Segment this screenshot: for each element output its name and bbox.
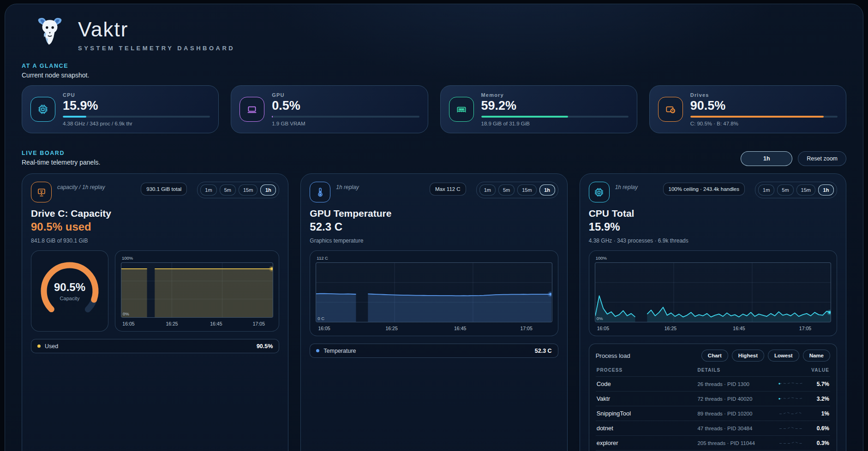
stat-progress-track <box>272 116 419 118</box>
x-tick: 16:25 <box>664 326 676 331</box>
sort-lowest-button[interactable]: Lowest <box>768 350 799 362</box>
legend-label: Temperature <box>323 348 356 354</box>
cpu-chip-icon <box>30 97 55 122</box>
liveboard-panels: capacity / 1h replay 930.1 GiB total 1m … <box>22 173 846 451</box>
sort-name-button[interactable]: Name <box>803 350 830 362</box>
range-1m-button[interactable]: 1m <box>758 184 774 196</box>
range-group: 1m 5m 15m 1h <box>197 182 279 198</box>
range-5m-button[interactable]: 5m <box>777 184 793 196</box>
column-details: DETAILS <box>697 368 778 373</box>
column-process: PROCESS <box>597 368 698 373</box>
process-row[interactable]: SnippingTool89 threads · PID 102001% <box>596 406 830 421</box>
range-15m-button[interactable]: 15m <box>517 184 536 196</box>
panel-badge: 100% ceiling · 243.4k handles <box>663 183 745 196</box>
range-15m-button[interactable]: 15m <box>239 184 257 196</box>
stat-value: 90.5% <box>690 99 838 113</box>
x-tick: 16:05 <box>122 321 134 326</box>
app-subtitle: SYSTEM TELEMETRY DASHBOARD <box>78 45 235 52</box>
stat-progress-fill <box>63 116 86 118</box>
panel-subtext: 841.8 GiB of 930.1 GiB <box>31 237 279 244</box>
stat-card-memory: Memory 59.2% 18.9 GiB of 31.9 GiB <box>440 85 637 133</box>
panel-value: 15.9% <box>589 220 837 233</box>
stat-value: 0.5% <box>272 99 419 113</box>
legend-value: 90.5% <box>257 343 273 350</box>
process-value: 3.2% <box>806 396 829 402</box>
x-tick: 16:25 <box>385 326 397 331</box>
stat-progress-fill <box>690 116 824 118</box>
capacity-gauge: 90.5% Capacity <box>31 250 108 332</box>
global-range-button[interactable]: 1h <box>741 151 792 166</box>
process-sparkline <box>778 381 804 387</box>
stat-progress-track <box>481 116 629 118</box>
y-axis-min-label: 0% <box>597 316 603 321</box>
range-15m-button[interactable]: 15m <box>796 184 815 196</box>
panel-meta: 1h replay <box>336 182 359 190</box>
range-1h-button[interactable]: 1h <box>818 184 834 196</box>
x-axis-ticks: 16:05 16:25 16:45 17:05 <box>595 325 831 333</box>
sort-chart-button[interactable]: Chart <box>701 350 728 362</box>
glance-cards: CPU 15.9% 4.38 GHz / 343 proc / 6.9k thr… <box>22 85 846 133</box>
process-value: 0.6% <box>806 425 829 432</box>
drive-clock-icon <box>658 97 683 122</box>
stat-progress-fill <box>481 116 569 118</box>
drive-monitor-icon <box>31 182 52 202</box>
panel-value: 52.3 C <box>310 220 558 233</box>
process-value: 5.7% <box>806 381 829 387</box>
range-1h-button[interactable]: 1h <box>539 184 555 196</box>
sort-highest-button[interactable]: Highest <box>732 350 764 362</box>
stat-progress-track <box>690 116 838 118</box>
process-row[interactable]: dotnet47 threads · PID 304840.6% <box>596 421 830 435</box>
process-name: SnippingTool <box>597 410 698 417</box>
x-tick: 16:05 <box>597 326 609 331</box>
app-title: Vaktr <box>78 18 235 41</box>
range-5m-button[interactable]: 5m <box>498 184 515 196</box>
reset-zoom-button[interactable]: Reset zoom <box>798 151 846 166</box>
ram-icon <box>449 97 474 122</box>
y-axis-max-label: 100% <box>122 255 133 261</box>
process-row[interactable]: Vaktr72 threads · PID 400203.2% <box>596 391 830 406</box>
glance-section: AT A GLANCE Current node snapshot. CPU 1… <box>22 63 846 133</box>
process-row[interactable]: Code26 threads · PID 13005.7% <box>596 376 830 391</box>
panel-meta: capacity / 1h replay <box>57 182 105 190</box>
legend-dot <box>316 349 319 352</box>
liveboard-header: LIVE BOARD Real-time telemetry panels. 1… <box>22 150 846 166</box>
panel-badge: 930.1 GiB total <box>141 183 187 196</box>
liveboard-caption: Real-time telemetry panels. <box>22 159 100 166</box>
glance-heading: AT A GLANCE <box>22 63 846 69</box>
process-details: 205 threads · PID 11044 <box>697 440 778 446</box>
goat-logo <box>35 15 65 47</box>
cpu-area-chart[interactable]: 0% <box>595 262 831 322</box>
range-group: 1m 5m 15m 1h <box>755 182 837 198</box>
y-axis-max-label: 100% <box>596 255 607 261</box>
process-sparkline <box>778 425 804 432</box>
x-tick: 16:05 <box>318 326 330 331</box>
panel-title: GPU Temperature <box>310 208 558 219</box>
process-name: Code <box>597 380 698 387</box>
process-details: 89 threads · PID 10200 <box>697 411 778 416</box>
process-rows: Code26 threads · PID 13005.7%Vaktr72 thr… <box>596 376 830 451</box>
stat-card-cpu: CPU 15.9% 4.38 GHz / 343 proc / 6.9k thr <box>22 85 219 133</box>
column-value: VALUE <box>806 368 829 373</box>
range-1m-button[interactable]: 1m <box>200 184 216 196</box>
glance-caption: Current node snapshot. <box>22 71 846 79</box>
drive-area-chart[interactable]: 0% <box>121 262 273 318</box>
stat-label: GPU <box>272 92 419 98</box>
process-sparkline <box>778 440 804 446</box>
panel-subtext: 4.38 GHz · 343 processes · 6.9k threads <box>589 237 837 244</box>
range-5m-button[interactable]: 5m <box>220 184 236 196</box>
gpu-area-chart[interactable]: 0 C <box>316 262 552 322</box>
panel-meta: 1h replay <box>615 182 638 190</box>
process-load-table: Process load Chart Highest Lowest Name P… <box>589 344 837 451</box>
range-1m-button[interactable]: 1m <box>479 184 496 196</box>
stat-subtext: C: 90.5% · B: 47.8% <box>690 121 838 126</box>
gauge-value: 90.5% <box>54 281 85 294</box>
panel-drive-capacity: capacity / 1h replay 930.1 GiB total 1m … <box>22 173 288 451</box>
x-tick: 16:45 <box>210 321 222 326</box>
x-axis-ticks: 16:05 16:25 16:45 17:05 <box>121 320 273 328</box>
y-axis-min-label: 0 C <box>317 316 324 321</box>
process-row[interactable]: explorer205 threads · PID 110440.3% <box>596 435 830 450</box>
stat-label: Memory <box>481 92 629 98</box>
drive-chart-card: 100% 0% 16:05 16:25 16:45 17:05 <box>115 250 279 332</box>
stat-value: 59.2% <box>481 99 629 113</box>
range-1h-button[interactable]: 1h <box>260 184 276 196</box>
